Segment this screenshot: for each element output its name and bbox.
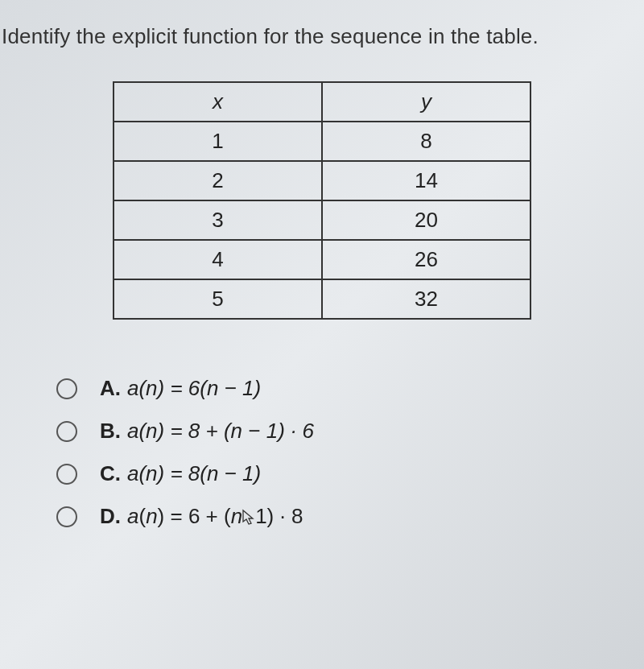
cell-x: 3 <box>114 200 322 240</box>
cell-y: 32 <box>322 279 530 319</box>
option-formula: a(n) = 8 + (n − 1) · 6 <box>127 419 314 444</box>
option-letter: A. <box>100 376 121 401</box>
radio-icon[interactable] <box>56 378 77 399</box>
cell-x: 1 <box>114 122 322 161</box>
option-formula: a(n) = 6(n − 1) <box>127 376 261 401</box>
table-row: 3 20 <box>114 200 530 240</box>
option-d[interactable]: D. a(n) = 6 + (n1) · 8 <box>56 504 644 529</box>
table-row: 1 8 <box>114 122 530 161</box>
header-y: y <box>322 82 530 122</box>
cell-x: 4 <box>114 240 322 279</box>
cell-y: 20 <box>322 200 530 240</box>
cell-y: 26 <box>322 240 530 279</box>
option-formula: a(n) = 6 + (n1) · 8 <box>127 504 303 529</box>
question-prompt: Identify the explicit function for the s… <box>0 24 644 49</box>
radio-icon[interactable] <box>56 421 77 442</box>
cell-y: 8 <box>322 122 530 161</box>
cell-x: 5 <box>114 279 322 319</box>
table-row: 5 32 <box>114 279 530 319</box>
option-letter: D. <box>100 504 121 529</box>
option-c[interactable]: C. a(n) = 8(n − 1) <box>56 461 644 486</box>
option-b[interactable]: B. a(n) = 8 + (n − 1) · 6 <box>56 419 644 444</box>
data-table-container: x y 1 8 2 14 3 20 4 26 <box>0 81 644 320</box>
radio-icon[interactable] <box>56 464 77 485</box>
table-header-row: x y <box>114 82 530 122</box>
answer-options: A. a(n) = 6(n − 1) B. a(n) = 8 + (n − 1)… <box>0 376 644 529</box>
sequence-table: x y 1 8 2 14 3 20 4 26 <box>113 81 531 320</box>
header-x: x <box>114 82 322 122</box>
table-row: 4 26 <box>114 240 530 279</box>
cell-y: 14 <box>322 161 530 200</box>
option-letter: C. <box>100 461 121 486</box>
option-a[interactable]: A. a(n) = 6(n − 1) <box>56 376 644 401</box>
option-letter: B. <box>100 419 121 444</box>
table-row: 2 14 <box>114 161 530 200</box>
radio-icon[interactable] <box>56 506 77 527</box>
option-formula: a(n) = 8(n − 1) <box>127 461 261 486</box>
cell-x: 2 <box>114 161 322 200</box>
